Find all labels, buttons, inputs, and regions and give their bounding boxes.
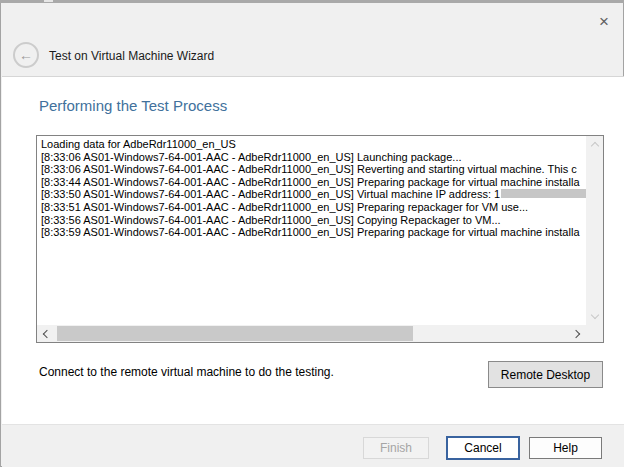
log-line[interactable]: [8:33:06 AS01-Windows7-64-001-AAC - Adbe… [41, 151, 586, 164]
chevron-up-icon [590, 142, 598, 150]
back-arrow-icon: ← [19, 48, 33, 62]
scroll-right-button[interactable] [569, 325, 586, 342]
vertical-scrollbar[interactable] [586, 136, 603, 325]
log-line[interactable]: [8:33:51 AS01-Windows7-64-001-AAC - Adbe… [41, 201, 586, 214]
log-listbox[interactable]: Loading data for AdbeRdr11000_en_US[8:33… [36, 135, 604, 343]
log-line-text: [8:33:51 AS01-Windows7-64-001-AAC - Adbe… [41, 201, 528, 213]
wizard-title: Test on Virtual Machine Wizard [49, 49, 214, 63]
log-line[interactable]: [8:33:56 AS01-Windows7-64-001-AAC - Adbe… [41, 214, 586, 227]
screenshot-root: × ← Test on Virtual Machine Wizard Perfo… [0, 0, 624, 467]
log-line-text: [8:33:59 AS01-Windows7-64-001-AAC - Adbe… [41, 226, 580, 238]
scroll-up-button[interactable] [586, 136, 603, 153]
page-title: Performing the Test Process [39, 97, 227, 114]
chevron-left-icon [43, 329, 51, 337]
remote-desktop-button[interactable]: Remote Desktop [488, 361, 603, 388]
wizard-dialog: × ← Test on Virtual Machine Wizard Perfo… [0, 3, 624, 467]
scrollbar-corner [586, 325, 603, 342]
log-line[interactable]: [8:33:50 AS01-Windows7-64-001-AAC - Adbe… [41, 188, 586, 201]
log-line-text: Loading data for AdbeRdr11000_en_US [41, 138, 236, 150]
log-line-text: [8:33:44 AS01-Windows7-64-001-AAC - Adbe… [41, 176, 580, 188]
log-list: Loading data for AdbeRdr11000_en_US[8:33… [37, 136, 586, 325]
cancel-button[interactable]: Cancel [446, 436, 520, 460]
log-line[interactable]: Loading data for AdbeRdr11000_en_US [41, 138, 586, 151]
back-button[interactable]: ← [13, 42, 39, 68]
horizontal-scrollbar[interactable] [37, 325, 586, 342]
close-icon: × [599, 13, 609, 30]
horizontal-scrollbar-thumb[interactable] [57, 326, 413, 341]
log-line-text: [8:33:06 AS01-Windows7-64-001-AAC - Adbe… [41, 163, 577, 175]
scroll-left-button[interactable] [37, 325, 54, 342]
log-line-text: [8:33:06 AS01-Windows7-64-001-AAC - Adbe… [41, 151, 462, 163]
log-line-text: [8:33:56 AS01-Windows7-64-001-AAC - Adbe… [41, 214, 501, 226]
remote-desktop-label: Remote Desktop [501, 368, 590, 382]
log-line[interactable]: [8:33:06 AS01-Windows7-64-001-AAC - Adbe… [41, 163, 586, 176]
help-button[interactable]: Help [529, 437, 602, 459]
scroll-down-button[interactable] [586, 308, 603, 325]
chevron-right-icon [572, 329, 580, 337]
footer-bar: Finish Cancel Help [2, 424, 624, 467]
close-button[interactable]: × [589, 9, 619, 33]
finish-label: Finish [380, 441, 412, 455]
status-text: Connect to the remote virtual machine to… [39, 365, 334, 379]
log-line[interactable]: [8:33:44 AS01-Windows7-64-001-AAC - Adbe… [41, 176, 586, 189]
log-line[interactable]: [8:33:59 AS01-Windows7-64-001-AAC - Adbe… [41, 226, 586, 239]
help-label: Help [553, 441, 578, 455]
background-window-notch [44, 0, 53, 2]
chevron-down-icon [590, 311, 598, 319]
redacted-ip-bar [501, 189, 586, 198]
cancel-label: Cancel [464, 441, 501, 455]
log-line-text: [8:33:50 AS01-Windows7-64-001-AAC - Adbe… [41, 188, 500, 200]
content-panel: Performing the Test Process Loading data… [2, 76, 624, 424]
finish-button[interactable]: Finish [363, 437, 429, 459]
